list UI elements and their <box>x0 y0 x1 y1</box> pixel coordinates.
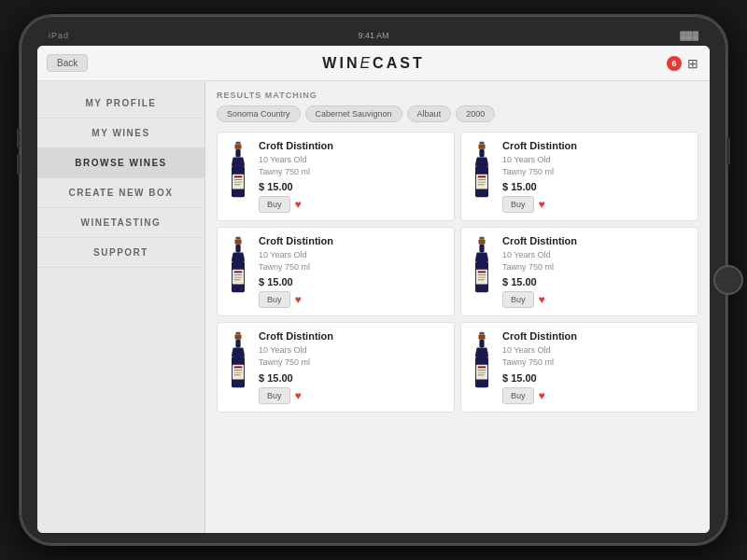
svg-rect-46 <box>479 335 486 340</box>
wine-actions-5: Buy ♥ <box>502 387 690 404</box>
cart-badge: 6 <box>667 56 682 71</box>
wine-info-4: Croft Distintion 10 Years OldTawny 750 m… <box>259 330 446 403</box>
wine-bottle-3 <box>469 235 495 301</box>
svg-rect-35 <box>478 279 485 280</box>
svg-rect-27 <box>479 237 484 240</box>
wine-info-3: Croft Distintion 10 Years OldTawny 750 m… <box>502 235 690 308</box>
results-label: RESULTS MATCHING <box>217 91 698 100</box>
favorite-button-4[interactable]: ♥ <box>295 389 302 402</box>
svg-rect-44 <box>234 375 241 376</box>
cart-area: 6 ⊞ <box>667 56 698 71</box>
screen: Back WINeCAST 6 ⊞ MY PROFILE MY WINES BR… <box>37 46 710 533</box>
sidebar-item-my-profile[interactable]: MY PROFILE <box>37 89 204 119</box>
svg-rect-50 <box>478 367 486 369</box>
svg-rect-42 <box>234 370 243 371</box>
wine-bottle-1 <box>469 140 495 205</box>
svg-rect-25 <box>234 277 243 278</box>
wine-name-0: Croft Distintion <box>259 140 446 151</box>
wine-actions-4: Buy ♥ <box>259 387 446 404</box>
wine-bottle-4 <box>225 330 251 396</box>
wine-price-0: $ 15.00 <box>259 181 446 192</box>
favorite-button-1[interactable]: ♥ <box>539 198 545 211</box>
wine-desc-1: 10 Years OldTawny 750 ml <box>502 154 690 177</box>
wine-desc-5: 10 Years OldTawny 750 ml <box>502 344 690 368</box>
buy-button-4[interactable]: Buy <box>259 387 290 404</box>
status-icons: ▓▓▓ <box>680 31 698 40</box>
favorite-button-2[interactable]: ♥ <box>295 293 302 306</box>
wine-bottle-5 <box>469 330 495 396</box>
wine-actions-0: Buy ♥ <box>259 196 446 213</box>
app-title: WINeCAST <box>322 55 424 72</box>
svg-rect-41 <box>234 367 243 369</box>
svg-rect-15 <box>478 179 486 180</box>
volume-up-button[interactable] <box>17 128 21 148</box>
svg-rect-6 <box>234 179 243 180</box>
buy-button-2[interactable]: Buy <box>259 291 290 308</box>
svg-rect-18 <box>235 237 240 240</box>
svg-rect-24 <box>234 274 243 275</box>
svg-rect-32 <box>478 272 486 273</box>
svg-rect-23 <box>234 272 243 273</box>
svg-rect-29 <box>479 245 484 253</box>
cart-icon[interactable]: ⊞ <box>687 56 698 71</box>
svg-rect-52 <box>478 372 486 373</box>
back-button[interactable]: Back <box>47 54 88 72</box>
favorite-button-5[interactable]: ♥ <box>539 389 545 402</box>
buy-button-5[interactable]: Buy <box>502 387 534 404</box>
svg-rect-9 <box>479 142 484 145</box>
svg-rect-1 <box>235 144 242 148</box>
filter-tag-year[interactable]: 2000 <box>456 105 495 122</box>
wine-info-2: Croft Distintion 10 Years OldTawny 750 m… <box>259 235 446 308</box>
filter-tag-albaut[interactable]: Albaut <box>407 105 452 122</box>
buy-button-3[interactable]: Buy <box>502 291 534 308</box>
wine-card-0: Croft Distintion 10 Years OldTawny 750 m… <box>217 132 455 221</box>
svg-rect-51 <box>478 370 486 371</box>
sidebar-item-support[interactable]: SUPPORT <box>37 238 204 268</box>
svg-rect-34 <box>478 277 486 278</box>
svg-rect-53 <box>478 375 485 376</box>
wine-price-1: $ 15.00 <box>502 181 690 192</box>
home-button[interactable] <box>713 265 743 295</box>
buy-button-1[interactable]: Buy <box>502 196 534 213</box>
wine-name-2: Croft Distintion <box>259 235 446 246</box>
wine-price-2: $ 15.00 <box>259 276 446 287</box>
filter-tag-sonoma[interactable]: Sonoma Country <box>217 105 301 122</box>
sidebar-item-create-new-box[interactable]: CREATE NEW BOX <box>37 178 204 208</box>
wine-card-3: Croft Distintion 10 Years OldTawny 750 m… <box>460 227 698 316</box>
filter-tag-cabernet[interactable]: Cabernet Sauvignon <box>305 105 402 122</box>
sidebar-item-browse-wines[interactable]: BROWSE WINES <box>37 148 204 178</box>
svg-rect-36 <box>235 332 240 335</box>
wine-desc-2: 10 Years OldTawny 750 ml <box>259 249 446 273</box>
svg-rect-43 <box>234 372 243 373</box>
app-body: MY PROFILE MY WINES BROWSE WINES CREATE … <box>37 81 710 533</box>
favorite-button-3[interactable]: ♥ <box>539 293 545 306</box>
wine-card-2: Croft Distintion 10 Years OldTawny 750 m… <box>217 227 455 316</box>
wine-actions-3: Buy ♥ <box>502 291 690 308</box>
wine-bottle-2 <box>225 235 251 301</box>
sidebar-item-winetasting[interactable]: WINETASTING <box>37 208 204 238</box>
svg-rect-33 <box>478 274 486 275</box>
buy-button-0[interactable]: Buy <box>259 196 290 213</box>
svg-rect-17 <box>478 184 485 185</box>
svg-rect-37 <box>235 335 242 340</box>
device-frame: iPad 9:41 AM ▓▓▓ Back WINeCAST 6 ⊞ MY PR… <box>19 14 728 546</box>
svg-rect-0 <box>235 142 240 145</box>
wine-price-5: $ 15.00 <box>502 372 690 384</box>
wine-desc-4: 10 Years OldTawny 750 ml <box>259 344 446 368</box>
wine-desc-0: 10 Years OldTawny 750 ml <box>259 154 446 177</box>
svg-rect-14 <box>478 176 486 178</box>
main-content: RESULTS MATCHING Sonoma Country Cabernet… <box>205 81 710 533</box>
svg-rect-47 <box>479 340 484 348</box>
battery-icon: ▓▓▓ <box>680 31 698 40</box>
volume-down-button[interactable] <box>17 154 21 175</box>
sidebar-item-my-wines[interactable]: MY WINES <box>37 119 204 148</box>
wine-info-0: Croft Distintion 10 Years OldTawny 750 m… <box>259 140 446 213</box>
wine-price-4: $ 15.00 <box>259 372 446 384</box>
wine-name-4: Croft Distintion <box>259 330 446 342</box>
favorite-button-0[interactable]: ♥ <box>295 198 302 211</box>
wine-name-1: Croft Distintion <box>502 140 690 151</box>
svg-rect-16 <box>478 182 486 183</box>
power-button[interactable] <box>726 137 730 165</box>
svg-rect-5 <box>234 176 243 178</box>
time-display: 9:41 AM <box>358 31 388 40</box>
